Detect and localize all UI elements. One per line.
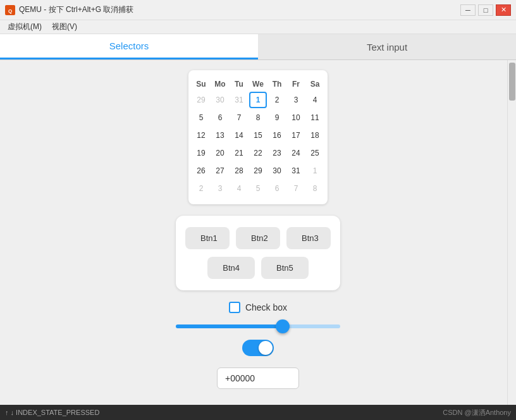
cal-day[interactable]: 7: [287, 180, 305, 197]
cal-header-th: Th: [268, 78, 286, 90]
calendar-widget: Su Mo Tu We Th Fr Sa 29 30 31 1 2 3 4 5 …: [188, 70, 328, 204]
cal-day[interactable]: 25: [306, 145, 324, 161]
slider-container[interactable]: [176, 324, 340, 328]
cal-day[interactable]: 27: [211, 163, 229, 179]
cal-day[interactable]: 1: [306, 163, 324, 179]
cal-day[interactable]: 24: [287, 145, 305, 161]
toggle-track[interactable]: [242, 340, 274, 356]
bottom-bar: ↑ ↓ INDEX_STATE_PRESSED CSDN @潇洒Anthony: [0, 405, 516, 420]
svg-text:Q: Q: [8, 8, 12, 13]
scrollbar[interactable]: [507, 60, 516, 405]
btn1[interactable]: Btn1: [185, 227, 230, 249]
toggle-container[interactable]: [242, 340, 274, 356]
cal-day[interactable]: 18: [306, 127, 324, 144]
cal-day[interactable]: 2: [192, 180, 210, 197]
btn-row-2: Btn4 Btn5: [191, 257, 325, 279]
scrollbar-thumb[interactable]: [509, 63, 515, 101]
cal-day[interactable]: 3: [211, 180, 229, 197]
cal-day-selected[interactable]: 1: [249, 92, 267, 108]
cal-day[interactable]: 3: [287, 92, 305, 108]
cal-day[interactable]: 20: [211, 145, 229, 161]
cal-day[interactable]: 5: [192, 109, 210, 126]
btn-row-1: Btn1 Btn2 Btn3: [191, 227, 325, 249]
calendar-grid: Su Mo Tu We Th Fr Sa 29 30 31 1 2 3 4 5 …: [199, 78, 317, 197]
app-logo: Q: [5, 5, 15, 15]
cal-day[interactable]: 4: [230, 180, 248, 197]
cal-day[interactable]: 28: [230, 163, 248, 179]
cal-day[interactable]: 31: [287, 163, 305, 179]
cal-day[interactable]: 9: [268, 109, 286, 126]
slider-track[interactable]: [176, 324, 340, 328]
close-button[interactable]: ✕: [496, 4, 511, 16]
cal-day[interactable]: 29: [192, 92, 210, 108]
cal-day[interactable]: 29: [249, 163, 267, 179]
cal-day[interactable]: 2: [268, 92, 286, 108]
cal-day[interactable]: 30: [211, 92, 229, 108]
cal-day[interactable]: 8: [249, 109, 267, 126]
cal-day[interactable]: 5: [249, 180, 267, 197]
btn5[interactable]: Btn5: [261, 257, 309, 279]
menu-item-view[interactable]: 视图(V): [47, 20, 82, 34]
cal-day[interactable]: 7: [230, 109, 248, 126]
cal-day[interactable]: 15: [249, 127, 267, 144]
cal-day[interactable]: 13: [211, 127, 229, 144]
title-bar-text: QEMU - 按下 Ctrl+Alt+G 取消捕获: [19, 4, 460, 15]
bottom-bar-left: ↑ ↓ INDEX_STATE_PRESSED: [5, 409, 99, 416]
button-group-widget: Btn1 Btn2 Btn3 Btn4 Btn5: [176, 216, 340, 290]
cal-day[interactable]: 30: [268, 163, 286, 179]
cal-day[interactable]: 26: [192, 163, 210, 179]
cal-day[interactable]: 8: [306, 180, 324, 197]
left-sidebar: [0, 60, 9, 405]
cal-day[interactable]: 17: [287, 127, 305, 144]
btn4[interactable]: Btn4: [207, 257, 255, 279]
checkbox-label: Check box: [245, 302, 287, 312]
cal-day[interactable]: 14: [230, 127, 248, 144]
cal-header-sa: Sa: [306, 78, 324, 90]
cal-day[interactable]: 31: [230, 92, 248, 108]
slider-thumb[interactable]: [276, 319, 290, 333]
cal-header-mo: Mo: [211, 78, 229, 90]
cal-header-su: Su: [192, 78, 210, 90]
menu-bar: 虚拟机(M) 视图(V): [0, 20, 516, 34]
menu-item-vm[interactable]: 虚拟机(M): [3, 20, 47, 34]
cal-day[interactable]: 21: [230, 145, 248, 161]
main-content: Su Mo Tu We Th Fr Sa 29 30 31 1 2 3 4 5 …: [0, 60, 516, 405]
cal-day[interactable]: 19: [192, 145, 210, 161]
toggle-thumb: [259, 341, 273, 355]
cal-day[interactable]: 6: [268, 180, 286, 197]
maximize-button[interactable]: □: [478, 4, 493, 16]
tab-bar: Selectors Text input: [0, 34, 516, 60]
cal-day[interactable]: 11: [306, 109, 324, 126]
window-controls: ─ □ ✕: [460, 4, 511, 16]
minimize-button[interactable]: ─: [460, 4, 476, 16]
cal-header-tu: Tu: [230, 78, 248, 90]
cal-header-fr: Fr: [287, 78, 305, 90]
cal-day[interactable]: 6: [211, 109, 229, 126]
tab-selectors[interactable]: Selectors: [0, 34, 258, 59]
title-bar: Q QEMU - 按下 Ctrl+Alt+G 取消捕获 ─ □ ✕: [0, 0, 516, 20]
checkbox-input[interactable]: [229, 302, 240, 313]
cal-day[interactable]: 22: [249, 145, 267, 161]
content-area: Su Mo Tu We Th Fr Sa 29 30 31 1 2 3 4 5 …: [9, 60, 507, 405]
cal-day[interactable]: 4: [306, 92, 324, 108]
cal-day[interactable]: 10: [287, 109, 305, 126]
cal-header-we: We: [249, 78, 267, 90]
btn3[interactable]: Btn3: [286, 227, 331, 249]
bottom-bar-right: CSDN @潇洒Anthony: [443, 408, 511, 417]
checkbox-container[interactable]: Check box: [229, 302, 287, 313]
number-input[interactable]: [217, 368, 299, 389]
cal-day[interactable]: 16: [268, 127, 286, 144]
cal-day[interactable]: 23: [268, 145, 286, 161]
tab-text-input[interactable]: Text input: [258, 34, 516, 59]
btn2[interactable]: Btn2: [236, 227, 280, 249]
cal-day[interactable]: 12: [192, 127, 210, 144]
